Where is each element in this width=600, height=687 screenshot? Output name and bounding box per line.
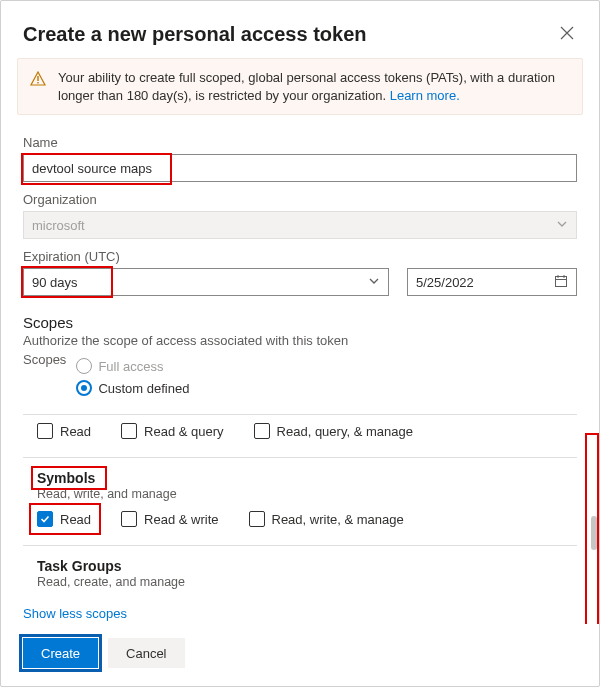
task-groups-title: Task Groups [37, 558, 577, 574]
create-button[interactable]: Create [23, 638, 98, 668]
close-button[interactable] [557, 23, 577, 43]
radio-off-icon [76, 358, 92, 374]
show-less-scopes-link[interactable]: Show less scopes [23, 606, 127, 621]
scopes-label: Scopes [23, 352, 66, 367]
radio-on-icon [76, 380, 92, 396]
expiration-label: Expiration (UTC) [23, 249, 577, 264]
organization-value: microsoft [32, 218, 85, 233]
divider [23, 545, 577, 546]
name-input[interactable] [23, 154, 577, 182]
task-groups-desc: Read, create, and manage [37, 575, 577, 589]
chevron-down-icon [368, 275, 380, 290]
scope-full-access-radio[interactable]: Full access [76, 358, 189, 374]
divider [23, 457, 577, 458]
generic-read-query-checkbox[interactable]: Read & query [121, 423, 224, 439]
symbols-scope-desc: Read, write, and manage [37, 487, 577, 501]
checkbox-icon [249, 511, 265, 527]
banner-text: Your ability to create full scoped, glob… [58, 70, 555, 103]
checkbox-icon [254, 423, 270, 439]
expiration-date-input[interactable]: 5/25/2022 [407, 268, 577, 296]
checkbox-icon [121, 423, 137, 439]
scopes-subtitle: Authorize the scope of access associated… [23, 333, 577, 348]
checkbox-icon [37, 423, 53, 439]
organization-select[interactable]: microsoft [23, 211, 577, 239]
learn-more-link[interactable]: Learn more. [390, 88, 460, 103]
scrollbar-thumb[interactable] [591, 516, 597, 550]
organization-label: Organization [23, 192, 577, 207]
symbols-read-write-checkbox[interactable]: Read & write [121, 511, 218, 527]
restriction-banner: Your ability to create full scoped, glob… [17, 58, 583, 115]
close-icon [559, 25, 575, 41]
symbols-scope-title: Symbols [37, 470, 95, 486]
expiration-duration-select[interactable]: 90 days [23, 268, 389, 296]
cancel-button[interactable]: Cancel [108, 638, 184, 668]
create-pat-dialog: Create a new personal access token Your … [0, 0, 600, 687]
name-label: Name [23, 135, 577, 150]
divider [23, 414, 577, 415]
scope-custom-defined-radio[interactable]: Custom defined [76, 380, 189, 396]
scopes-title: Scopes [23, 314, 577, 331]
calendar-icon [554, 274, 568, 291]
expiration-date-value: 5/25/2022 [416, 275, 474, 290]
symbols-read-checkbox[interactable]: Read [37, 511, 91, 527]
warning-icon [30, 71, 46, 104]
symbols-read-write-manage-checkbox[interactable]: Read, write, & manage [249, 511, 404, 527]
checkbox-checked-icon [37, 511, 53, 527]
chevron-down-icon [556, 218, 568, 233]
svg-rect-0 [37, 76, 38, 81]
expiration-duration-value: 90 days [32, 275, 78, 290]
generic-read-checkbox[interactable]: Read [37, 423, 91, 439]
dialog-title: Create a new personal access token [23, 23, 367, 46]
svg-rect-1 [37, 82, 38, 84]
generic-read-query-manage-checkbox[interactable]: Read, query, & manage [254, 423, 413, 439]
checkbox-icon [121, 511, 137, 527]
svg-rect-2 [556, 276, 567, 286]
